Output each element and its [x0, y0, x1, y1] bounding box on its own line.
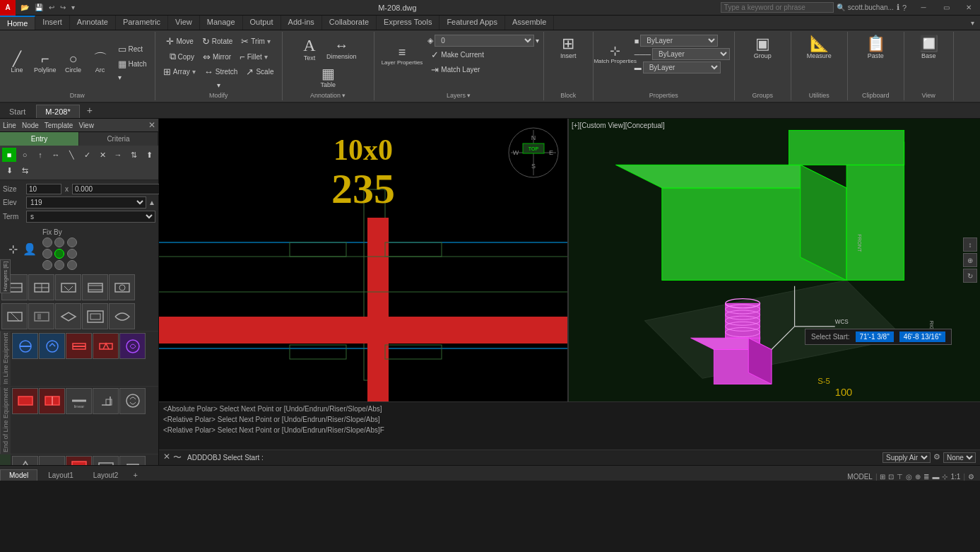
eol-icon-2[interactable]: [39, 388, 65, 414]
new-layout-button[interactable]: +: [129, 469, 141, 481]
trim-dropdown[interactable]: ▾: [267, 37, 271, 45]
tool-arrow-right[interactable]: →: [111, 148, 125, 162]
tool-check[interactable]: ✓: [80, 148, 94, 162]
measure-button[interactable]: 📐 Measure: [804, 35, 834, 61]
table-button[interactable]: ▦ Table: [315, 65, 341, 90]
tab-assemble[interactable]: Assemble: [505, 16, 554, 30]
fix-dot-8[interactable]: [54, 260, 64, 270]
tool-up-down[interactable]: ⇅: [126, 148, 141, 162]
fix-dot-4[interactable]: [42, 249, 52, 259]
make-current-button[interactable]: ✓ Make Current: [427, 48, 488, 61]
bylayer-lineweight-dropdown[interactable]: ByLayer: [643, 61, 721, 74]
arc-button[interactable]: ⌒ Arc: [88, 50, 113, 75]
status-scale[interactable]: 1:1: [950, 473, 960, 481]
size-input[interactable]: [26, 184, 61, 194]
extra-icon-3[interactable]: H: [66, 456, 92, 465]
minimize-button[interactable]: ─: [912, 0, 935, 16]
restore-button[interactable]: ▭: [935, 0, 957, 16]
equip-icon-1e[interactable]: [109, 274, 135, 300]
fix-dot-2[interactable]: [54, 237, 64, 247]
tool-x[interactable]: ✕: [95, 148, 110, 162]
match-properties-button[interactable]: ⊹ Match Properties: [598, 43, 633, 66]
inline-icon-3[interactable]: [66, 333, 92, 359]
bylayer-color-dropdown[interactable]: ByLayer: [640, 35, 718, 47]
doc-tab-m208[interactable]: M-208*: [36, 105, 79, 118]
vp-ctrl-orbit[interactable]: ↻: [963, 269, 977, 283]
status-ortho[interactable]: ⊤: [897, 473, 903, 481]
quick-open[interactable]: 📂: [18, 3, 31, 12]
tool-circle[interactable]: ○: [18, 148, 32, 162]
fix-dot-1[interactable]: [42, 237, 52, 247]
equip-icon-1b[interactable]: [28, 274, 54, 300]
info-icon[interactable]: ℹ: [897, 3, 899, 12]
tab-view[interactable]: View: [168, 16, 200, 30]
layout-tab-layout1[interactable]: Layout1: [39, 469, 83, 481]
panel-menu-template[interactable]: Template: [45, 122, 73, 129]
term-select[interactable]: s: [26, 211, 155, 223]
inline-icon-5[interactable]: [119, 333, 146, 359]
fillet-button[interactable]: ⌐Fillet▾: [236, 50, 271, 64]
layer-dropdown[interactable]: 0: [435, 35, 533, 47]
fix-dot-6[interactable]: [67, 249, 77, 259]
move-button[interactable]: ✛Move: [163, 35, 196, 48]
layer-properties-button[interactable]: ≡ Layer Properties: [379, 45, 426, 67]
tab-featured[interactable]: Featured Apps: [439, 16, 505, 30]
fix-dot-5[interactable]: [54, 249, 64, 259]
array-button[interactable]: ⊞Array▾: [160, 65, 199, 78]
supply-air-dropdown[interactable]: Supply Air: [882, 452, 931, 463]
quick-undo[interactable]: ↩: [47, 3, 57, 12]
tab-criteria[interactable]: Criteria: [79, 132, 158, 146]
fix-dot-9[interactable]: [67, 260, 77, 270]
equip-icon-2c[interactable]: [55, 303, 81, 329]
tool-line-lr[interactable]: ↔: [49, 148, 63, 162]
fix-by-tool2[interactable]: 👤: [23, 242, 37, 257]
tab-manage[interactable]: Manage: [200, 16, 243, 30]
vp-ctrl-pan[interactable]: ↕: [963, 237, 977, 252]
cmd-icon-x[interactable]: ✕: [163, 452, 170, 464]
rectangle-button[interactable]: ▭Rect: [114, 42, 150, 56]
layer-icon[interactable]: ◈: [427, 36, 433, 45]
cmd-icon-wave[interactable]: 〜: [173, 452, 182, 464]
elev-up[interactable]: ▲: [148, 199, 155, 206]
panel-menu-line[interactable]: Line: [3, 122, 16, 129]
status-lw[interactable]: ▬: [932, 473, 939, 481]
tool-export[interactable]: ⬆: [142, 148, 156, 162]
inline-icon-1[interactable]: [12, 333, 38, 359]
user-account[interactable]: scott.buchan...: [848, 4, 894, 11]
fillet-dropdown[interactable]: ▾: [264, 53, 268, 61]
tab-annotate[interactable]: Annotate: [70, 16, 116, 30]
dimension-button[interactable]: ↔ Dimension: [324, 37, 360, 61]
status-grid[interactable]: ⊞: [880, 473, 885, 481]
vp-ctrl-zoom[interactable]: ⊕: [963, 253, 977, 267]
inline-icon-2[interactable]: [39, 333, 65, 359]
trim-button[interactable]: ✂Trim▾: [237, 35, 274, 48]
tab-collaborate[interactable]: Collaborate: [322, 16, 377, 30]
tool-line-up[interactable]: ↑: [33, 148, 47, 162]
array-dropdown[interactable]: ▾: [192, 68, 196, 76]
tab-output[interactable]: Output: [243, 16, 281, 30]
supply-air-settings[interactable]: ⚙: [933, 452, 940, 463]
layer-dropdown-arrow[interactable]: ▾: [536, 37, 539, 45]
tab-parametric[interactable]: Parametric: [116, 16, 168, 30]
new-tab-button[interactable]: +: [81, 102, 98, 118]
status-osnap[interactable]: ⊕: [915, 473, 921, 481]
panel-close-button[interactable]: ✕: [148, 120, 155, 130]
match-layer-button[interactable]: ⇥ Match Layer: [427, 63, 483, 76]
draw-more-button[interactable]: ▾: [114, 72, 150, 83]
system-dropdown[interactable]: None: [943, 452, 976, 463]
equip-icon-2e[interactable]: [109, 303, 135, 329]
tab-home[interactable]: Home: [0, 16, 35, 30]
tab-addins[interactable]: Add-ins: [281, 16, 322, 30]
inline-icon-4[interactable]: [93, 333, 119, 359]
paste-button[interactable]: 📋 Paste: [863, 35, 888, 61]
eol-icon-4[interactable]: [93, 388, 119, 414]
rotate-button[interactable]: ↻Rotate: [199, 35, 236, 48]
line-button[interactable]: ╱ Line: [4, 50, 30, 75]
viewport-2d[interactable]: N S E W TOP: [159, 119, 569, 401]
text-button[interactable]: A Text: [297, 35, 322, 63]
fix-dot-3[interactable]: [67, 237, 77, 247]
extra-icon-2[interactable]: [39, 456, 65, 465]
eol-icon-3[interactable]: linear: [66, 388, 92, 414]
elev-select[interactable]: 119: [26, 196, 146, 209]
workspace-selector[interactable]: ▾: [69, 3, 77, 12]
